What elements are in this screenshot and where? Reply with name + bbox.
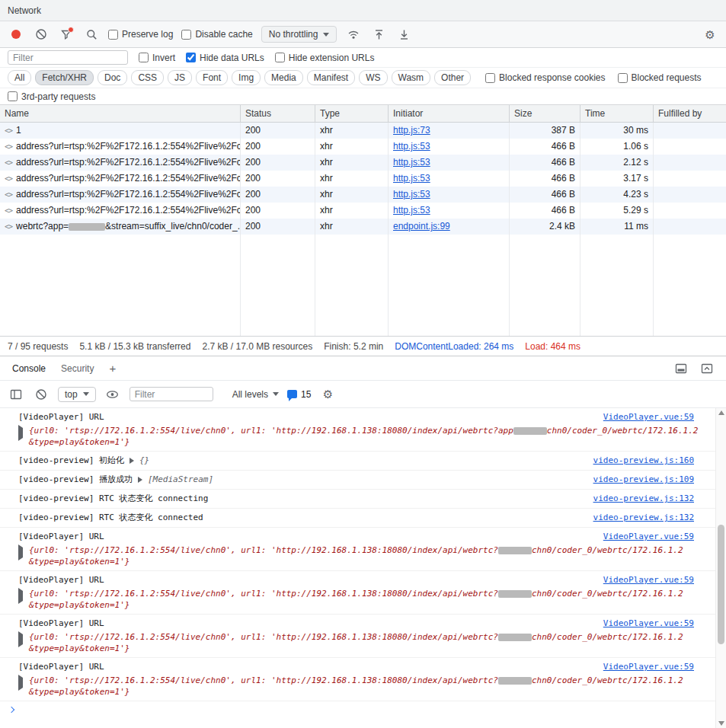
column-header-type[interactable]: Type [315, 105, 389, 122]
column-header-time[interactable]: Time [580, 105, 654, 122]
scroll-down-icon[interactable] [718, 721, 724, 726]
source-location-link[interactable]: video-preview.js:109 [593, 474, 694, 486]
clear-network-log-button[interactable] [33, 26, 50, 43]
disable-cache-checkbox[interactable]: Disable cache [181, 29, 252, 40]
initiator-link[interactable]: http.js:53 [393, 189, 430, 200]
expand-drawer-button[interactable] [699, 360, 715, 377]
type-chip-js[interactable]: JS [168, 70, 192, 85]
type-chip-img[interactable]: Img [232, 70, 261, 85]
expand-arrow-icon[interactable] [18, 425, 23, 441]
initiator-link[interactable]: endpoint.js:99 [393, 221, 450, 231]
drawer-tab-console[interactable]: Console [5, 356, 53, 380]
blocked-requests-checkbox[interactable]: Blocked requests [618, 72, 702, 83]
table-row[interactable]: <>webrtc?app=&stream=suffix_live/chn0/co… [0, 219, 726, 235]
type-chip-wasm[interactable]: Wasm [392, 70, 431, 85]
record-button[interactable] [8, 26, 24, 43]
type-chip-css[interactable]: CSS [131, 70, 164, 85]
export-har-button[interactable] [395, 26, 412, 43]
console-settings-button[interactable]: ⚙ [319, 386, 336, 403]
invert-checkbox[interactable]: Invert [139, 53, 175, 63]
console-message-head: [VideoPlayer] URLVideoPlayer.vue:59 [18, 618, 711, 630]
preserve-log-checkbox[interactable]: Preserve log [108, 29, 173, 40]
column-header-name[interactable]: Name [0, 105, 241, 122]
dock-drawer-button[interactable] [673, 360, 689, 377]
clear-console-button[interactable] [33, 386, 50, 403]
type-chip-fetch-xhr[interactable]: Fetch/XHR [35, 70, 94, 85]
throttling-select[interactable]: No throttling [261, 26, 337, 43]
table-row[interactable]: <>1200xhrhttp.js:73387 B30 ms [0, 123, 726, 139]
invert-input[interactable] [139, 53, 149, 62]
table-row[interactable]: <>address?url=rtsp:%2F%2F172.16.1.2:554%… [0, 187, 726, 203]
type-chip-other[interactable]: Other [434, 70, 471, 85]
disable-cache-input[interactable] [181, 30, 191, 40]
initiator-link[interactable]: http.js:73 [393, 125, 430, 136]
hide-data-urls-checkbox[interactable]: Hide data URLs [186, 53, 264, 63]
type-chip-doc[interactable]: Doc [98, 70, 127, 85]
source-location-link[interactable]: video-preview.js:132 [593, 512, 694, 524]
issues-counter[interactable]: 15 [287, 389, 311, 400]
expand-arrow-icon[interactable] [18, 631, 23, 647]
console-sidebar-toggle-button[interactable] [8, 386, 24, 403]
third-party-requests-input[interactable] [8, 91, 18, 101]
hide-extension-urls-input[interactable] [275, 53, 285, 62]
network-settings-button[interactable]: ⚙ [702, 26, 718, 43]
source-location-link[interactable]: video-preview.js:160 [593, 455, 694, 467]
type-chip-font[interactable]: Font [196, 70, 228, 85]
expand-arrow-icon[interactable] [138, 477, 142, 483]
request-type-cell: xhr [315, 203, 389, 219]
source-location-link[interactable]: video-preview.js:132 [593, 493, 694, 505]
request-name-cell: <>address?url=rtsp:%2F%2F172.16.1.2:554%… [0, 171, 241, 187]
console-filter-input[interactable] [130, 387, 213, 401]
source-location-link[interactable]: VideoPlayer.vue:59 [603, 531, 694, 543]
source-location-link[interactable]: VideoPlayer.vue:59 [603, 574, 694, 586]
preserve-log-label: Preserve log [122, 29, 173, 40]
request-time-cell: 3.17 s [580, 171, 654, 187]
log-levels-select[interactable]: All levels [232, 389, 279, 400]
preserve-log-input[interactable] [108, 30, 118, 40]
expand-arrow-icon[interactable] [18, 675, 23, 691]
column-header-status[interactable]: Status [241, 105, 315, 122]
initiator-link[interactable]: http.js:53 [393, 173, 430, 184]
initiator-link[interactable]: http.js:53 [393, 141, 430, 152]
scroll-up-icon[interactable] [718, 410, 724, 415]
expand-arrow-icon[interactable] [18, 588, 23, 604]
source-location-link[interactable]: VideoPlayer.vue:59 [603, 661, 694, 673]
source-location-link[interactable]: VideoPlayer.vue:59 [603, 618, 694, 630]
source-location-link[interactable]: VideoPlayer.vue:59 [603, 411, 694, 423]
create-live-expression-button[interactable] [104, 386, 121, 403]
type-chip-ws[interactable]: WS [359, 70, 387, 85]
console-scrollbar[interactable] [715, 408, 726, 728]
expand-arrow-icon[interactable] [130, 458, 134, 464]
table-row[interactable]: <>address?url=rtsp:%2F%2F172.16.1.2:554%… [0, 203, 726, 219]
console-context-select[interactable]: top [58, 387, 96, 402]
third-party-requests-checkbox[interactable]: 3rd-party requests [8, 91, 95, 102]
request-type-cell: xhr [315, 187, 389, 203]
hide-data-urls-input[interactable] [186, 53, 196, 62]
initiator-link[interactable]: http.js:53 [393, 205, 430, 216]
console-prompt[interactable] [0, 701, 715, 718]
network-filter-input[interactable] [8, 50, 128, 65]
column-header-initiator[interactable]: Initiator [389, 105, 510, 122]
column-header-fulfilled-by[interactable]: Fulfilled by [654, 105, 726, 122]
table-row[interactable]: <>address?url=rtsp:%2F%2F172.16.1.2:554%… [0, 139, 726, 155]
network-conditions-button[interactable] [345, 26, 362, 43]
expand-arrow-icon[interactable] [18, 544, 23, 560]
add-drawer-tab-button[interactable]: + [101, 362, 123, 375]
type-chip-manifest[interactable]: Manifest [307, 70, 355, 85]
column-header-size[interactable]: Size [510, 105, 580, 122]
type-chip-all[interactable]: All [8, 70, 31, 85]
import-har-button[interactable] [370, 26, 387, 43]
search-button[interactable] [83, 26, 100, 43]
scrollbar-thumb[interactable] [718, 525, 724, 644]
initiator-link[interactable]: http.js:53 [393, 157, 430, 168]
blocked-response-cookies-input[interactable] [485, 73, 495, 83]
table-row[interactable]: <>address?url=rtsp:%2F%2F172.16.1.2:554%… [0, 155, 726, 171]
blocked-requests-input[interactable] [618, 73, 628, 83]
drawer-tab-security[interactable]: Security [53, 356, 101, 380]
type-chip-media[interactable]: Media [264, 70, 303, 85]
blocked-response-cookies-checkbox[interactable]: Blocked response cookies [485, 72, 605, 83]
hide-extension-urls-checkbox[interactable]: Hide extension URLs [275, 53, 375, 63]
filter-button[interactable] [58, 26, 75, 43]
table-row[interactable]: <>address?url=rtsp:%2F%2F172.16.1.2:554%… [0, 171, 726, 187]
blocked-response-cookies-label: Blocked response cookies [499, 72, 605, 83]
